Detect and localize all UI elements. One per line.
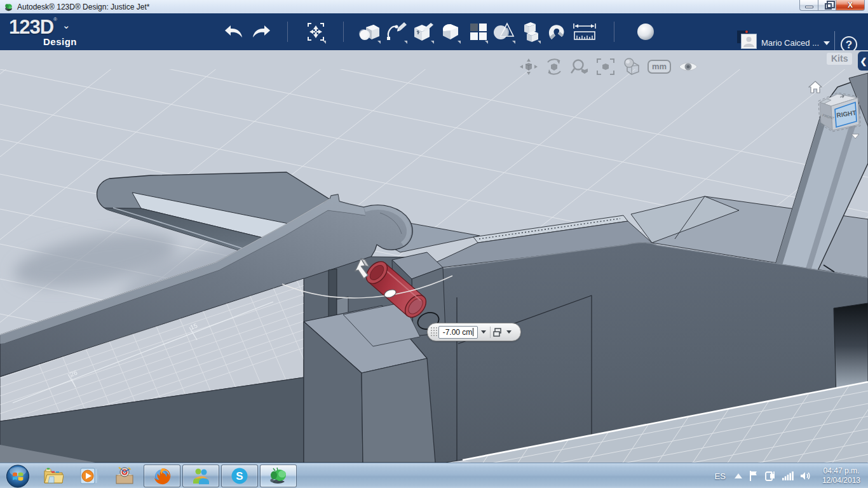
screen: Autodesk® 123D® Design: Justice Jet* X 1… [0, 0, 868, 488]
close-icon: X [848, 1, 853, 9]
window-title: Autodesk® 123D® Design: Justice Jet* [17, 3, 149, 11]
brand-product-text: Design [43, 36, 77, 47]
display-settings-icon[interactable] [621, 58, 641, 76]
main-toolbar: 123D®⌄ Design [0, 13, 868, 50]
primitives-dropdown-icon[interactable] [377, 41, 381, 44]
taskbar-app-messenger[interactable] [182, 464, 219, 487]
pill-separator [490, 327, 491, 338]
combine-dropdown-icon[interactable] [512, 41, 515, 44]
zoom-icon[interactable] [571, 58, 590, 76]
snap-dropdown-icon[interactable] [538, 41, 541, 44]
orbit-icon[interactable] [545, 58, 564, 76]
primitives-icon [358, 22, 381, 41]
logo-chevron-icon: ⌄ [62, 20, 71, 30]
modify-icon [440, 22, 461, 41]
clock-time: 04:47 p.m. [822, 466, 860, 476]
mode-icon [493, 327, 503, 337]
undo-button[interactable] [221, 13, 247, 50]
snap-icon [520, 21, 541, 43]
modify-dropdown-icon[interactable] [458, 41, 461, 44]
taskbar-app-123d-design[interactable] [260, 464, 297, 487]
network-signal-icon[interactable] [782, 471, 794, 481]
taskbar-app-skype[interactable]: S [221, 464, 258, 487]
taskbar-app-games-box[interactable] [108, 464, 141, 487]
taskbar-clock[interactable]: 04:47 p.m. 12/04/2013 [822, 466, 860, 485]
sketch-tool-button[interactable] [384, 13, 409, 50]
kits-collapse-tab[interactable]: ❮ [858, 51, 868, 71]
units-button[interactable]: mm [648, 60, 671, 74]
viewport-3d[interactable]: 26 15 [0, 50, 868, 463]
action-center-flag-icon[interactable] [749, 470, 759, 482]
snap-tool-button[interactable] [518, 13, 543, 50]
user-avatar[interactable] [741, 34, 757, 49]
toolbar-separator [834, 31, 835, 53]
start-button[interactable] [6, 464, 30, 488]
construct-dropdown-icon[interactable] [431, 41, 434, 44]
pill-mode-button[interactable] [492, 326, 505, 339]
pattern-dropdown-icon[interactable] [485, 41, 488, 44]
minimize-icon [805, 6, 813, 8]
measure-tool-button[interactable] [571, 13, 599, 50]
dimension-dropdown-button[interactable] [478, 326, 489, 339]
magnet-icon [546, 22, 568, 42]
taskbar-app-firefox[interactable] [144, 464, 180, 487]
viewport-navbar: mm [520, 58, 698, 76]
toolbar-separator [343, 22, 344, 42]
pattern-icon [469, 22, 488, 41]
power-plug-icon[interactable] [765, 470, 776, 482]
transform-dropdown-icon[interactable] [323, 41, 326, 44]
app-icon [4, 3, 13, 11]
construct-icon [412, 22, 435, 42]
skype-icon: S [229, 466, 250, 486]
brand-logo-text: 123D [9, 16, 53, 38]
modify-tool-button[interactable] [438, 13, 463, 50]
taskbar-app-windows-explorer[interactable] [37, 464, 70, 487]
maximize-button[interactable] [818, 0, 836, 11]
window-titlebar: Autodesk® 123D® Design: Justice Jet* X [0, 0, 868, 13]
fit-icon[interactable] [597, 58, 614, 75]
volume-icon[interactable] [800, 471, 812, 481]
firefox-icon [152, 466, 172, 486]
kits-panel-label[interactable]: Kits [827, 53, 852, 65]
visibility-eye-icon[interactable] [678, 60, 698, 74]
clock-date: 12/04/2013 [822, 476, 860, 485]
close-button[interactable]: X [836, 0, 865, 11]
brand-reg: ® [53, 17, 57, 22]
dimension-input[interactable]: -7.00 cm [438, 326, 478, 339]
pan-icon[interactable] [520, 58, 538, 75]
construct-tool-button[interactable] [410, 13, 436, 50]
dimension-value: -7.00 cm [443, 328, 473, 337]
user-dropdown-icon[interactable] [824, 41, 830, 45]
pill-grip[interactable] [430, 327, 438, 337]
user-name[interactable]: Mario Caiced ... [761, 38, 819, 48]
magnet-tool-button[interactable] [545, 13, 570, 50]
window-controls: X [799, 0, 865, 11]
toolbar-separator [614, 22, 614, 42]
material-tool-button[interactable] [633, 13, 658, 50]
minimize-button[interactable] [799, 0, 818, 11]
app-logo[interactable]: 123D®⌄ Design [9, 16, 71, 39]
avatar-person-icon [742, 34, 756, 48]
pattern-tool-button[interactable] [466, 13, 491, 50]
view-cube[interactable]: RIGHT FRONT [815, 90, 865, 139]
toolbar-separator [287, 22, 288, 42]
transform-tool-button[interactable] [304, 13, 328, 50]
chevron-down-icon [481, 330, 486, 334]
primitives-tool-button[interactable] [357, 13, 383, 50]
dimension-input-pill: -7.00 cm [427, 323, 521, 341]
taskbar-app-windows-media-player[interactable] [72, 464, 105, 487]
sketch-icon [385, 22, 408, 42]
taskbar: S ES [0, 463, 868, 488]
combine-tool-button[interactable] [491, 13, 517, 50]
language-indicator[interactable]: ES [715, 471, 726, 481]
messenger-icon [191, 466, 211, 485]
chevron-left-icon: ❮ [860, 57, 867, 66]
show-hidden-icons-button[interactable] [735, 473, 742, 478]
pill-mode-dropdown[interactable] [505, 326, 513, 339]
games-box-icon [114, 466, 135, 485]
redo-button[interactable] [248, 13, 274, 50]
sketch-dropdown-icon[interactable] [404, 41, 407, 44]
chevron-down-icon [506, 330, 512, 334]
viewcube-menu-arrow[interactable] [851, 134, 859, 139]
svg-text:S: S [236, 470, 243, 482]
